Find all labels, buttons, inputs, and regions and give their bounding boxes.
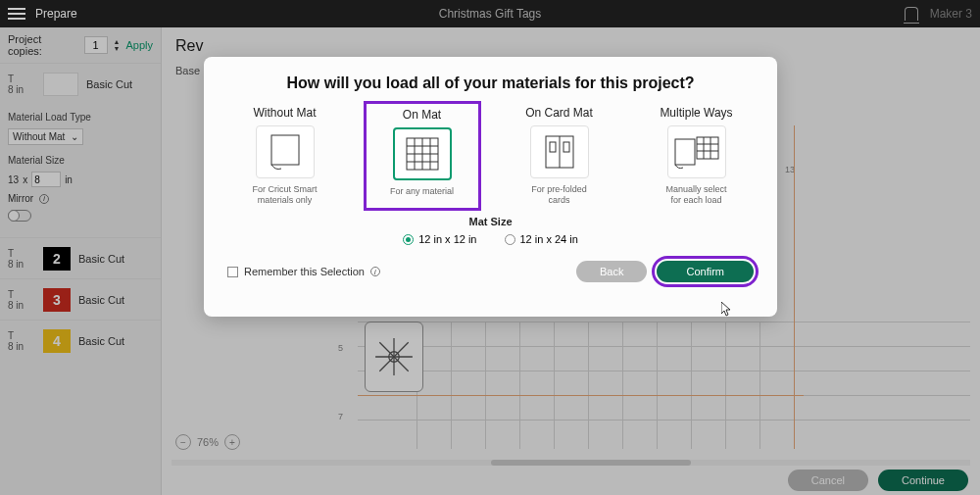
- info-icon[interactable]: i: [370, 267, 380, 276]
- load-materials-modal: How will you load all of your materials …: [204, 57, 777, 317]
- mat-size-section: Mat Size 12 in x 12 in 12 in x 24 in: [227, 216, 754, 245]
- checkbox-icon: [227, 267, 238, 277]
- modal-footer: Remember this Selection i Back Confirm: [227, 261, 754, 282]
- card-mat-icon: [530, 125, 589, 178]
- topbar: Prepare Christmas Gift Tags Maker 3: [0, 0, 980, 27]
- modal-title: How will you load all of your materials …: [227, 74, 754, 92]
- back-button[interactable]: Back: [576, 261, 647, 282]
- svg-rect-16: [564, 142, 569, 152]
- svg-rect-17: [675, 139, 695, 165]
- option-multiple-ways[interactable]: Multiple Ways Manually selectfor each lo…: [643, 106, 751, 206]
- radio-12x24[interactable]: 12 in x 24 in: [505, 233, 578, 245]
- option-without-mat[interactable]: Without Mat For Cricut Smartmaterials on…: [231, 106, 339, 206]
- without-mat-icon: [256, 125, 315, 178]
- cursor-icon: [721, 302, 733, 318]
- svg-rect-18: [697, 137, 718, 159]
- project-name: Christmas Gift Tags: [439, 7, 541, 21]
- radio-icon: [403, 234, 414, 245]
- load-options: Without Mat For Cricut Smartmaterials on…: [227, 106, 754, 206]
- workspace: Project copies: ▲▼ Apply T8 in Basic Cut…: [0, 27, 980, 495]
- mat-size-label: Mat Size: [227, 216, 754, 227]
- multiple-ways-icon: [667, 125, 726, 178]
- svg-rect-15: [550, 142, 556, 152]
- bell-icon[interactable]: [905, 7, 918, 21]
- page-title: Prepare: [35, 7, 77, 21]
- option-on-card-mat[interactable]: On Card Mat For pre-foldedcards: [506, 106, 613, 206]
- machine-label: Maker 3: [930, 7, 972, 21]
- svg-rect-5: [271, 135, 299, 165]
- confirm-button[interactable]: Confirm: [657, 261, 754, 282]
- remember-checkbox[interactable]: Remember this Selection i: [227, 266, 380, 277]
- on-mat-icon: [393, 127, 452, 180]
- radio-icon: [505, 234, 515, 245]
- option-on-mat[interactable]: On Mat For any material: [368, 106, 476, 206]
- menu-icon[interactable]: [8, 8, 25, 20]
- confirm-highlight: Confirm: [657, 261, 754, 282]
- radio-12x12[interactable]: 12 in x 12 in: [403, 233, 476, 245]
